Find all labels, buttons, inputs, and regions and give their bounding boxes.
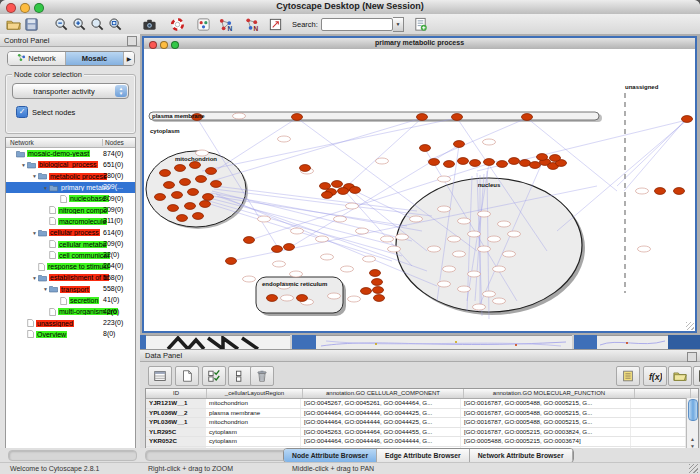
table-row[interactable]: YPL036W__1mitochondrion[GO:0044464, GO:0… bbox=[146, 418, 698, 428]
import-attributes-button[interactable] bbox=[668, 366, 692, 386]
tree-row[interactable]: macromolecule311(0) bbox=[6, 216, 135, 227]
window-titlebar[interactable]: Cytoscape Desktop (New Session) bbox=[0, 0, 700, 15]
tree-row[interactable]: ▼biological_process651(0) bbox=[6, 159, 135, 170]
node-count: 223(0) bbox=[103, 319, 123, 326]
tree-row[interactable]: ▼establishment of lo558(0) bbox=[6, 272, 135, 283]
float-panel-icon[interactable] bbox=[687, 352, 697, 362]
tree-row[interactable]: Overview8(0) bbox=[6, 329, 135, 340]
tree-row[interactable]: nucleobase-209(0) bbox=[6, 193, 135, 204]
plugin-manager-button[interactable] bbox=[412, 16, 430, 33]
zoom-selected-icon[interactable] bbox=[88, 16, 106, 33]
table-row[interactable]: YLR295Ccytoplasm[GO:0045263, GO:0044464,… bbox=[146, 428, 698, 438]
column-header[interactable]: ID bbox=[146, 389, 207, 398]
table-row[interactable]: YPL036W__2plasma membrane[GO:0044464, GO… bbox=[146, 409, 698, 419]
table-scrollbar[interactable]: ▲▼ bbox=[686, 398, 698, 450]
tree-row[interactable]: mosaic-demo-yeast874(0) bbox=[6, 148, 135, 159]
attribute-table[interactable]: ID_cellularLayoutRegionannotation.GO CEL… bbox=[145, 388, 699, 451]
tab-scroll-right-icon[interactable]: ▶ bbox=[124, 52, 134, 65]
new-attribute-button[interactable] bbox=[175, 366, 199, 386]
column-header[interactable]: annotation.GO CELLULAR_COMPONENT bbox=[303, 389, 464, 398]
tree-row[interactable]: cell communicat22(0) bbox=[6, 250, 135, 261]
tab-edge-attribute-browser[interactable]: Edge Attribute Browser bbox=[377, 449, 470, 462]
tree-row[interactable]: cellular metabo209(0) bbox=[6, 238, 135, 249]
snapshot-icon[interactable] bbox=[140, 16, 158, 33]
table-cell: [GO:0045263, GO:0044464, GO:0044455, G..… bbox=[301, 428, 461, 437]
attribute-table-button[interactable] bbox=[148, 366, 172, 386]
column-header[interactable]: annotation.GO MOLECULAR_FUNCTION bbox=[464, 389, 635, 398]
network-from-selection-icon[interactable]: N bbox=[242, 16, 260, 33]
table-cell: YPL036W__2 bbox=[146, 409, 206, 418]
tab-mosaic[interactable]: Mosaic bbox=[66, 52, 124, 65]
desktop-workspace: primary metabolic process plasma membran… bbox=[140, 34, 700, 463]
expander-icon[interactable]: ▼ bbox=[31, 230, 38, 236]
tab-node-attribute-browser[interactable]: Node Attribute Browser bbox=[284, 449, 377, 462]
tree-row[interactable]: secretion41(0) bbox=[6, 295, 135, 306]
delete-attribute-button[interactable] bbox=[250, 366, 274, 386]
control-panel: Control Panel Network Mosaic ▶ Node colo… bbox=[0, 34, 141, 455]
tree-row[interactable]: unassigned223(0) bbox=[6, 317, 135, 328]
attribute-browser-tabs: Node Attribute BrowserEdge Attribute Bro… bbox=[283, 448, 574, 463]
network-window-title: primary metabolic process bbox=[144, 39, 695, 46]
attribute-matrix-button[interactable] bbox=[693, 366, 700, 386]
folder-icon bbox=[38, 229, 47, 237]
expander-icon[interactable]: ▼ bbox=[42, 185, 49, 191]
network-view-window[interactable]: primary metabolic process plasma membran… bbox=[142, 36, 697, 333]
table-cell: [GO:0044464, GO:0044444, GO:0044425, G..… bbox=[301, 409, 461, 418]
network-canvas[interactable]: plasma membranecytoplasmmitochondrionnuc… bbox=[144, 49, 695, 331]
status-welcome: Welcome to Cytoscape 2.8.1 bbox=[10, 465, 99, 472]
table-row[interactable]: YJR121W__1mitochondrion[GO:0045267, GO:0… bbox=[146, 399, 698, 409]
node-count: 209(... bbox=[103, 183, 123, 190]
svg-text:N: N bbox=[253, 25, 258, 32]
tree-row[interactable]: nitrogen compo209(0) bbox=[6, 204, 135, 215]
help-icon[interactable] bbox=[168, 16, 186, 33]
tree-row[interactable]: ▼primary metabo209(... bbox=[6, 182, 135, 193]
tab-network[interactable]: Network bbox=[8, 52, 66, 65]
notes-button[interactable] bbox=[616, 366, 640, 386]
app-resize-grip[interactable] bbox=[689, 464, 698, 473]
table-row[interactable]: YKR052Ccytoplasm[GO:0044464, GO:0044446,… bbox=[146, 437, 698, 447]
expander-icon[interactable]: ▼ bbox=[31, 275, 38, 281]
tree-row[interactable]: ▼metabolic process280(0) bbox=[6, 171, 135, 182]
function-builder-button[interactable]: f(x) bbox=[643, 366, 667, 386]
float-panel-icon[interactable] bbox=[127, 36, 137, 46]
zoom-out-icon[interactable] bbox=[52, 16, 70, 33]
table-cell: [GO:0005488, GO:0005215, GO:0003674] bbox=[461, 437, 631, 446]
open-icon[interactable] bbox=[4, 16, 22, 33]
window-resize-grip[interactable] bbox=[686, 322, 694, 330]
tree-label: establishment of lo bbox=[49, 274, 109, 281]
node-count: 8(0) bbox=[103, 330, 115, 337]
expander-icon[interactable]: ▼ bbox=[42, 286, 49, 292]
node-color-dropdown[interactable]: transporter activity ▲▼ bbox=[12, 83, 129, 99]
expander-icon[interactable]: ▼ bbox=[31, 173, 38, 179]
scrollbar-thumb[interactable] bbox=[688, 399, 698, 421]
new-network-icon[interactable]: N bbox=[216, 16, 234, 33]
select-nodes-label: Select nodes bbox=[32, 108, 75, 117]
column-header[interactable]: _cellularLayoutRegion bbox=[207, 389, 303, 398]
node-count: 558(0) bbox=[103, 285, 123, 292]
attribute-table-header[interactable]: ID_cellularLayoutRegionannotation.GO CEL… bbox=[146, 389, 698, 399]
save-icon[interactable] bbox=[22, 16, 40, 33]
select-attributes-button[interactable] bbox=[202, 366, 226, 386]
tree-label: response to stimulu bbox=[47, 263, 110, 270]
file-icon bbox=[27, 319, 34, 327]
search-input[interactable] bbox=[321, 18, 393, 31]
annotation-icon[interactable] bbox=[266, 16, 284, 33]
vizmapper-icon[interactable] bbox=[194, 16, 212, 33]
tree-row[interactable]: multi-organism pro42(0) bbox=[6, 306, 135, 317]
select-nodes-checkbox[interactable]: ✓ bbox=[16, 106, 28, 118]
table-hscroll-track[interactable] bbox=[145, 450, 290, 461]
zoom-in-icon[interactable] bbox=[70, 16, 88, 33]
main-toolbar: NN Search: ▼ bbox=[0, 14, 700, 35]
file-icon bbox=[38, 263, 45, 271]
node-count: 209(0) bbox=[103, 240, 123, 247]
tree-row[interactable]: response to stimulu264(0) bbox=[6, 261, 135, 272]
expander-icon[interactable]: ▼ bbox=[20, 162, 27, 168]
status-pan-hint: Middle-click + drag to PAN bbox=[292, 465, 374, 472]
node-count: 42(0) bbox=[103, 308, 119, 315]
tree-row[interactable]: ▼cellular process614(0) bbox=[6, 227, 135, 238]
unselect-attributes-button[interactable] bbox=[228, 366, 252, 386]
zoom-fit-icon[interactable] bbox=[106, 16, 124, 33]
tab-network-attribute-browser[interactable]: Network Attribute Browser bbox=[470, 449, 573, 462]
tree-row[interactable]: ▼transport558(0) bbox=[6, 284, 135, 295]
search-dropdown-icon[interactable]: ▼ bbox=[393, 17, 404, 32]
